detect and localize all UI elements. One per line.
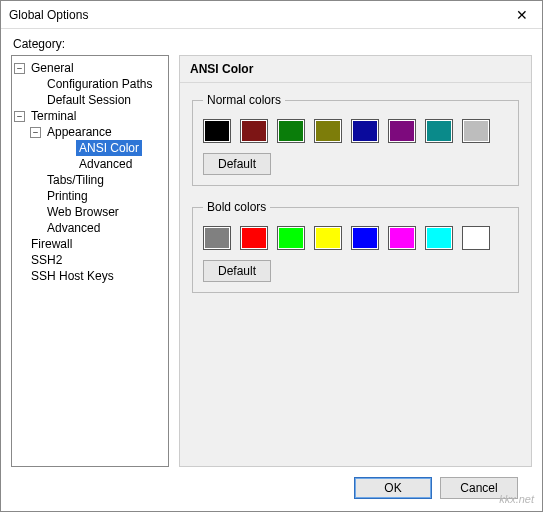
bold-color-swatch-3[interactable] [314, 226, 342, 250]
tree-item-firewall[interactable]: Firewall [28, 236, 75, 252]
tree-item-tabs[interactable]: Tabs/Tiling [44, 172, 107, 188]
tree-item-ssh2[interactable]: SSH2 [28, 252, 65, 268]
tree-item-ansi-color[interactable]: ANSI Color [76, 140, 142, 156]
normal-color-swatch-3[interactable] [314, 119, 342, 143]
tree-item-web-browser[interactable]: Web Browser [44, 204, 122, 220]
panel-title: ANSI Color [180, 56, 531, 83]
tree-item-appearance-advanced[interactable]: Advanced [76, 156, 135, 172]
titlebar: Global Options ✕ [1, 1, 542, 29]
expand-toggle-icon[interactable]: − [14, 63, 25, 74]
settings-panel: ANSI Color Normal colors Default Bold co… [179, 55, 532, 467]
tree-item-terminal[interactable]: Terminal [28, 108, 79, 124]
normal-colors-legend: Normal colors [203, 93, 285, 107]
global-options-dialog: Global Options ✕ Category: − General Con… [0, 0, 543, 512]
close-icon[interactable]: ✕ [502, 1, 542, 29]
ok-button[interactable]: OK [354, 477, 432, 499]
tree-item-appearance[interactable]: Appearance [44, 124, 115, 140]
tree-item-general[interactable]: General [28, 60, 77, 76]
normal-colors-group: Normal colors Default [192, 93, 519, 186]
normal-color-swatch-1[interactable] [240, 119, 268, 143]
tree-item-ssh-host-keys[interactable]: SSH Host Keys [28, 268, 117, 284]
bold-default-button[interactable]: Default [203, 260, 271, 282]
bold-color-swatch-2[interactable] [277, 226, 305, 250]
normal-color-swatch-6[interactable] [425, 119, 453, 143]
expand-toggle-icon[interactable]: − [14, 111, 25, 122]
category-tree[interactable]: − General Configuration Paths Default Se… [11, 55, 169, 467]
bold-color-swatch-7[interactable] [462, 226, 490, 250]
normal-default-button[interactable]: Default [203, 153, 271, 175]
bold-color-swatch-4[interactable] [351, 226, 379, 250]
bold-color-swatch-5[interactable] [388, 226, 416, 250]
normal-color-swatch-7[interactable] [462, 119, 490, 143]
expand-toggle-icon[interactable]: − [30, 127, 41, 138]
normal-color-swatch-0[interactable] [203, 119, 231, 143]
normal-color-swatch-2[interactable] [277, 119, 305, 143]
bold-color-swatch-6[interactable] [425, 226, 453, 250]
bold-color-swatches [203, 226, 508, 250]
normal-color-swatch-4[interactable] [351, 119, 379, 143]
tree-item-printing[interactable]: Printing [44, 188, 91, 204]
category-label: Category: [13, 37, 532, 51]
tree-item-terminal-advanced[interactable]: Advanced [44, 220, 103, 236]
bold-color-swatch-0[interactable] [203, 226, 231, 250]
bold-colors-group: Bold colors Default [192, 200, 519, 293]
bold-colors-legend: Bold colors [203, 200, 270, 214]
tree-item-config-paths[interactable]: Configuration Paths [44, 76, 155, 92]
bold-color-swatch-1[interactable] [240, 226, 268, 250]
normal-color-swatch-5[interactable] [388, 119, 416, 143]
dialog-footer: OK Cancel [11, 467, 532, 511]
window-title: Global Options [9, 8, 88, 22]
normal-color-swatches [203, 119, 508, 143]
main-row: − General Configuration Paths Default Se… [11, 55, 532, 467]
dialog-body: Category: − General Configuration Paths … [1, 29, 542, 511]
tree-item-default-session[interactable]: Default Session [44, 92, 134, 108]
cancel-button[interactable]: Cancel [440, 477, 518, 499]
